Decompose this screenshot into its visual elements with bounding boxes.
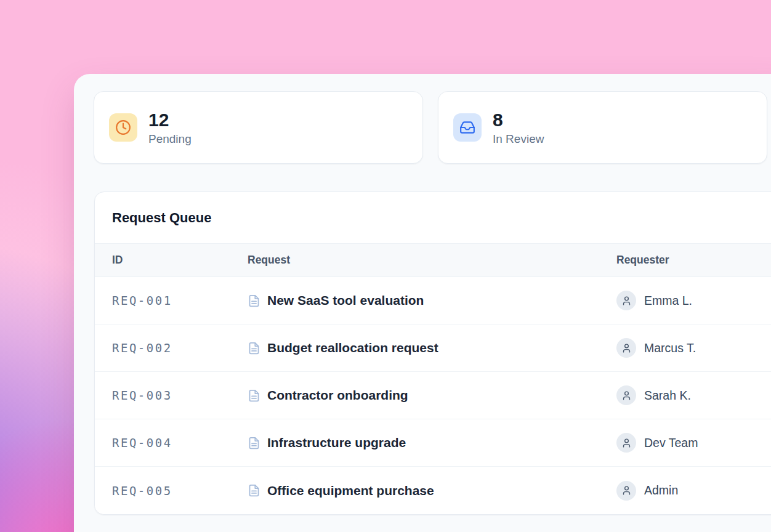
main-panel: 12 Pending 8 In Review Request Queue ID …	[74, 74, 771, 532]
table-row[interactable]: REQ-001 New SaaS tool evaluation	[95, 277, 771, 324]
file-text-icon	[248, 437, 260, 449]
table-body: REQ-001 New SaaS tool evaluation	[95, 277, 771, 514]
table-row[interactable]: REQ-004 Infrastructure upgrade	[95, 419, 771, 467]
user-icon	[621, 438, 632, 448]
table-header-row: ID Request Requester	[95, 244, 771, 277]
pending-count: 12	[148, 110, 192, 130]
file-text-icon	[248, 342, 260, 355]
request-title: New SaaS tool evaluation	[267, 293, 424, 308]
requester-name: Dev Team	[644, 436, 698, 450]
stat-card-pending: 12 Pending	[94, 91, 423, 164]
stat-card-in-review: 8 In Review	[438, 91, 767, 164]
user-icon	[621, 485, 632, 496]
user-icon	[621, 296, 632, 306]
file-text-icon	[248, 484, 260, 497]
request-title: Office equipment purchase	[267, 483, 434, 498]
stats-row: 12 Pending 8 In Review	[94, 91, 767, 164]
avatar	[616, 433, 636, 453]
request-id: REQ-002	[112, 341, 248, 355]
requester-name: Sarah K.	[644, 389, 691, 403]
table-row[interactable]: REQ-002 Budget reallocation request	[95, 324, 771, 372]
clock-icon	[109, 113, 137, 142]
inbox-icon	[453, 113, 482, 142]
stat-text: 12 Pending	[148, 110, 192, 146]
user-icon	[621, 390, 632, 401]
column-header-requester: Requester	[616, 254, 771, 267]
column-header-request: Request	[248, 254, 616, 267]
request-title: Infrastructure upgrade	[267, 435, 406, 450]
pending-label: Pending	[148, 132, 192, 146]
in-review-count: 8	[493, 110, 544, 130]
requester-name: Emma L.	[644, 294, 692, 308]
stat-text: 8 In Review	[493, 110, 544, 146]
column-header-id: ID	[112, 254, 248, 267]
avatar	[616, 385, 636, 405]
table-row[interactable]: REQ-005 Office equipment purchase	[95, 467, 771, 514]
avatar	[616, 338, 636, 358]
table-row[interactable]: REQ-003 Contractor onboarding	[95, 372, 771, 419]
file-text-icon	[248, 294, 260, 307]
table-title: Request Queue	[95, 192, 771, 244]
requester-name: Admin	[644, 483, 678, 498]
file-text-icon	[248, 389, 260, 402]
request-id: REQ-005	[112, 484, 248, 498]
user-icon	[621, 343, 632, 353]
request-id: REQ-004	[112, 436, 248, 449]
request-id: REQ-001	[112, 294, 248, 307]
request-title: Contractor onboarding	[267, 388, 408, 403]
avatar	[616, 291, 636, 310]
request-queue-card: Request Queue ID Request Requester REQ-0…	[94, 191, 771, 515]
request-id: REQ-003	[112, 389, 248, 402]
in-review-label: In Review	[493, 132, 544, 146]
requester-name: Marcus T.	[644, 341, 696, 355]
request-title: Budget reallocation request	[267, 341, 438, 355]
avatar	[616, 481, 636, 501]
